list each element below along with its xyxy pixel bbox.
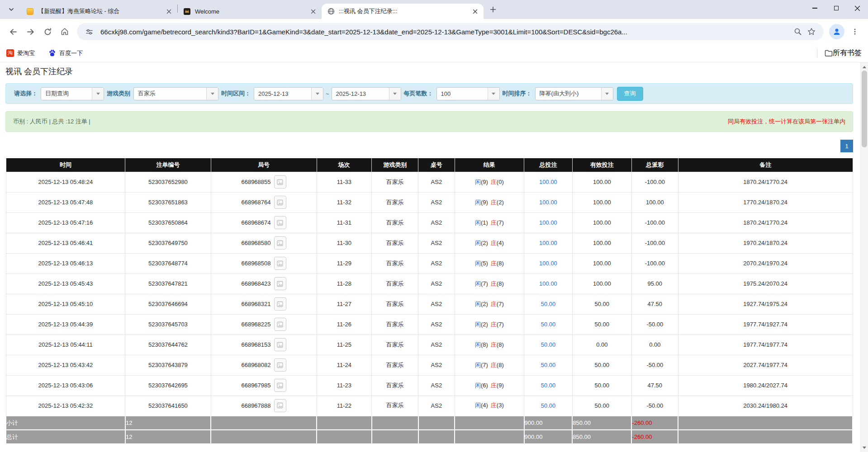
- scrollbar-thumb[interactable]: [862, 71, 867, 147]
- dropdown-button[interactable]: [389, 88, 401, 100]
- sort-select[interactable]: 降幂(由大到小): [535, 87, 613, 100]
- back-button[interactable]: [5, 23, 22, 40]
- dropdown-button[interactable]: [92, 88, 104, 100]
- total-bet-link[interactable]: 100.00: [539, 219, 557, 226]
- summary-count: 12: [125, 416, 211, 430]
- tab-forum[interactable]: 【新提醒】海燕策略论坛 - 综合: [21, 4, 177, 19]
- bookmark-star-icon[interactable]: [805, 25, 818, 38]
- replay-video-button[interactable]: [274, 175, 286, 188]
- cell-order-id: 523037647821: [125, 273, 211, 294]
- player-label[interactable]: 闲: [475, 301, 481, 307]
- bookmark-taobao[interactable]: 淘 爱淘宝: [6, 49, 35, 57]
- banker-label[interactable]: 庄: [491, 341, 497, 348]
- zoom-icon[interactable]: [791, 25, 805, 38]
- total-bet-link[interactable]: 100.00: [539, 280, 557, 287]
- banker-label[interactable]: 庄: [491, 301, 497, 307]
- player-label[interactable]: 闲: [475, 280, 481, 287]
- player-label[interactable]: 闲: [475, 199, 481, 206]
- total-bet-link[interactable]: 50.00: [541, 301, 556, 307]
- browser-menu-button[interactable]: [846, 23, 863, 40]
- cell-result: 闲(5)庄(8): [455, 253, 524, 273]
- cell-game-type: 百家乐: [372, 375, 418, 396]
- tab-welcome[interactable]: Welcome: [178, 4, 322, 19]
- total-bet-link[interactable]: 50.00: [541, 362, 556, 368]
- total-bet-link[interactable]: 50.00: [541, 321, 556, 328]
- close-tab-icon[interactable]: [165, 7, 173, 15]
- total-bet-link[interactable]: 50.00: [541, 341, 556, 348]
- total-bet-link[interactable]: 100.00: [539, 260, 557, 267]
- reload-button[interactable]: [39, 23, 56, 40]
- tune-icon[interactable]: [82, 25, 96, 38]
- player-label[interactable]: 闲: [475, 341, 481, 348]
- replay-video-button[interactable]: [274, 379, 286, 392]
- tab-bet-records[interactable]: :::视讯 会员下注纪录:::: [322, 4, 484, 19]
- chevron-down-icon: [8, 6, 14, 13]
- replay-video-button[interactable]: [274, 318, 286, 331]
- date-start-select[interactable]: 2025-12-13: [254, 87, 323, 100]
- all-bookmarks[interactable]: 所有书签: [817, 48, 862, 58]
- forward-button[interactable]: [22, 23, 39, 40]
- dropdown-button[interactable]: [311, 88, 323, 100]
- player-label[interactable]: 闲: [475, 260, 481, 267]
- player-label[interactable]: 闲: [475, 240, 481, 246]
- cell-result: 闲(1)庄(7): [455, 212, 524, 233]
- banker-label[interactable]: 庄: [491, 260, 497, 267]
- player-label[interactable]: 闲: [475, 362, 481, 368]
- total-bet-link[interactable]: 100.00: [539, 179, 557, 185]
- maximize-button[interactable]: [825, 0, 847, 16]
- banker-label[interactable]: 庄: [491, 321, 497, 328]
- replay-video-button[interactable]: [274, 338, 286, 351]
- bookmark-baidu[interactable]: 百度一下: [48, 49, 83, 57]
- banker-label[interactable]: 庄: [491, 219, 497, 226]
- total-bet-link[interactable]: 100.00: [539, 240, 557, 246]
- tab-search-button[interactable]: [5, 3, 18, 16]
- banker-label[interactable]: 庄: [491, 179, 497, 185]
- url-text[interactable]: 66cxkj98.com/game/betrecord_search/kind3…: [100, 28, 787, 36]
- banker-label[interactable]: 庄: [491, 199, 497, 206]
- banker-label[interactable]: 庄: [491, 240, 497, 246]
- cell-note: 2030.24/1980.24: [678, 396, 853, 416]
- dropdown-button[interactable]: [206, 88, 218, 100]
- total-bet-link[interactable]: 100.00: [539, 199, 557, 206]
- replay-video-button[interactable]: [274, 196, 286, 209]
- vertical-scrollbar[interactable]: [860, 62, 868, 452]
- total-bet-link[interactable]: 50.00: [541, 382, 556, 389]
- scroll-up-icon[interactable]: [861, 63, 868, 71]
- player-label[interactable]: 闲: [475, 219, 481, 226]
- replay-video-button[interactable]: [274, 236, 286, 250]
- replay-video-button[interactable]: [274, 399, 286, 412]
- cell-result: 闲(6)庄(9): [455, 375, 524, 396]
- minimize-button[interactable]: [804, 0, 825, 16]
- close-tab-icon[interactable]: [309, 7, 317, 15]
- close-tab-icon[interactable]: [471, 7, 479, 15]
- new-tab-button[interactable]: [487, 4, 499, 15]
- replay-video-button[interactable]: [274, 216, 286, 229]
- query-type-select[interactable]: 日期查询: [41, 87, 104, 100]
- replay-video-button[interactable]: [274, 257, 286, 270]
- dropdown-button[interactable]: [601, 88, 613, 100]
- search-button[interactable]: 查询: [617, 87, 643, 101]
- player-label[interactable]: 闲: [475, 321, 481, 328]
- replay-video-button[interactable]: [274, 358, 286, 372]
- banker-label[interactable]: 庄: [491, 362, 497, 368]
- replay-video-button[interactable]: [274, 297, 286, 311]
- cell-time: 2025-12-13 05:44:39: [6, 314, 125, 334]
- profile-avatar[interactable]: [829, 24, 844, 39]
- home-button[interactable]: [56, 23, 73, 40]
- banker-label[interactable]: 庄: [491, 402, 497, 409]
- banker-label[interactable]: 庄: [491, 280, 497, 287]
- player-label[interactable]: 闲: [475, 382, 481, 389]
- total-bet-link[interactable]: 50.00: [541, 402, 556, 409]
- close-window-button[interactable]: [847, 0, 868, 16]
- page-1-button[interactable]: 1: [840, 140, 853, 152]
- game-type-select[interactable]: 百家乐: [133, 87, 218, 100]
- banker-label[interactable]: 庄: [491, 382, 497, 389]
- address-bar[interactable]: 66cxkj98.com/game/betrecord_search/kind3…: [77, 23, 824, 40]
- replay-video-button[interactable]: [274, 277, 286, 290]
- player-label[interactable]: 闲: [475, 179, 481, 185]
- page-size-select[interactable]: 100: [436, 87, 500, 100]
- player-label[interactable]: 闲: [475, 402, 481, 409]
- scroll-down-icon[interactable]: [861, 444, 868, 451]
- date-end-select[interactable]: 2025-12-13: [332, 87, 401, 100]
- dropdown-button[interactable]: [488, 88, 499, 100]
